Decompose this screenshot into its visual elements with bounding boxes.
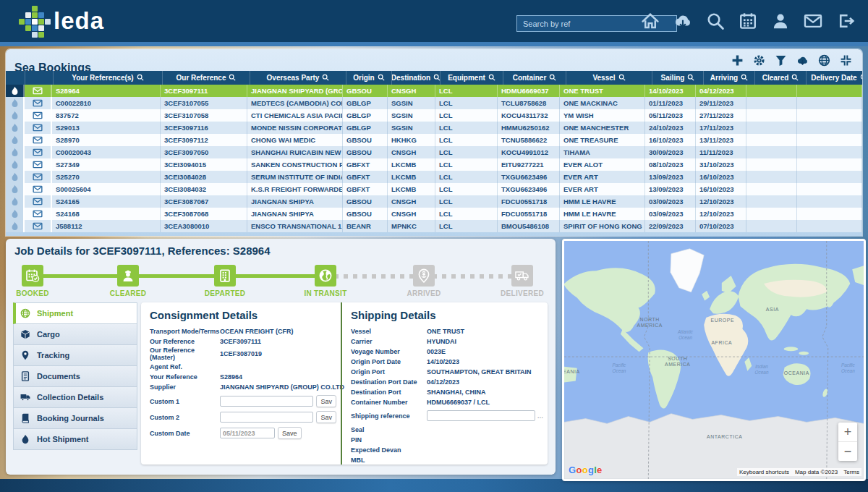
logout-icon[interactable] — [836, 12, 855, 30]
tab-tracking[interactable]: Tracking — [13, 345, 137, 366]
tab-booking-journals[interactable]: Booking Journals — [13, 408, 137, 429]
flame-icon[interactable] — [6, 109, 25, 122]
tab-collection-details[interactable]: Collection Details — [13, 387, 137, 408]
flame-icon[interactable] — [6, 195, 25, 208]
flame-icon[interactable] — [6, 134, 25, 146]
custom-1-save-button[interactable]: Sav — [316, 395, 336, 407]
envelope-icon[interactable] — [25, 195, 52, 208]
cloud-download-icon[interactable] — [673, 12, 692, 30]
cell-party: SANKEN CONSTRUCTION PVT LTD — [247, 158, 343, 171]
envelope-icon[interactable] — [25, 97, 52, 109]
cloud-download-icon[interactable] — [796, 54, 809, 67]
custom-date-save-button[interactable]: Save — [278, 427, 302, 439]
cell-party: JIANGNAN SHIPYARD (GROUP) CO.LTD — [247, 85, 343, 97]
table-row[interactable]: S289643CEF3097111JIANGNAN SHIPYARD (GROU… — [6, 85, 862, 97]
column-header-sailing[interactable]: Sailing — [652, 71, 704, 85]
tab-hot-shipment[interactable]: Hot Shipment — [13, 429, 137, 450]
envelope-icon[interactable] — [25, 158, 52, 171]
more-options[interactable]: ... — [537, 412, 543, 420]
table-row[interactable]: S252703CEI3084028SERUM INSTITUTE OF INDI… — [6, 171, 862, 183]
table-row[interactable]: S289703CEF3097112CHONG WAI MEDICGBSOUHKH… — [6, 134, 862, 146]
column-header-delivery[interactable]: Delivery Date — [807, 71, 862, 85]
column-search-icon[interactable] — [229, 74, 236, 82]
tab-label: Hot Shipment — [37, 435, 89, 444]
flame-icon[interactable] — [6, 158, 25, 171]
flame-icon[interactable] — [6, 122, 25, 134]
globe-icon[interactable] — [818, 54, 830, 67]
app-logo[interactable]: leda — [19, 6, 104, 36]
flame-icon[interactable] — [6, 85, 25, 97]
zoom-in-button[interactable]: + — [838, 423, 857, 442]
add-icon[interactable] — [731, 54, 744, 67]
custom-date-input[interactable] — [220, 428, 275, 438]
column-header-destination[interactable]: Destination — [392, 71, 441, 85]
table-row[interactable]: J5881123CEA3080010ENSCO TRANSNATIONAL 1 … — [6, 220, 862, 232]
column-search-icon[interactable] — [433, 74, 441, 82]
table-row[interactable]: S241683CEF3087068JIANGNAN SHIPYAGBSOUCNS… — [6, 208, 862, 220]
column-search-icon[interactable] — [791, 74, 799, 82]
flame-icon[interactable] — [6, 183, 25, 195]
terms-link[interactable]: Terms — [843, 469, 859, 475]
table-row[interactable]: S290133CEF3097116MONDE NISSIN CORPORATIO… — [6, 122, 862, 134]
flame-icon[interactable] — [6, 146, 25, 158]
table-row[interactable]: 8375723CEF3107058CTI CHEMICALS ASIA PACI… — [6, 109, 862, 122]
custom-2-input[interactable] — [220, 412, 313, 423]
column-search-icon[interactable] — [549, 74, 556, 82]
google-logo[interactable]: Google — [569, 465, 603, 475]
home-icon[interactable] — [641, 12, 660, 30]
zoom-out-button[interactable]: − — [838, 442, 857, 461]
column-header-vessel[interactable]: Vessel — [566, 71, 652, 85]
column-search-icon[interactable] — [488, 74, 495, 82]
column-search-icon[interactable] — [741, 74, 748, 82]
flame-icon[interactable] — [6, 220, 25, 232]
column-search-icon[interactable] — [378, 74, 385, 82]
settings-icon[interactable] — [753, 54, 765, 67]
column-search-icon[interactable] — [322, 74, 329, 82]
shipping-reference-input[interactable] — [427, 410, 535, 421]
search-icon[interactable] — [706, 12, 725, 30]
column-header-our_ref[interactable]: Our Reference — [163, 71, 250, 85]
envelope-icon[interactable] — [25, 171, 52, 183]
table-row[interactable]: C000228103CEF3107055MEDTECS (CAMBODIA) C… — [6, 97, 862, 109]
column-search-icon[interactable] — [618, 74, 626, 82]
filter-icon[interactable] — [775, 54, 787, 67]
column-search-icon[interactable] — [137, 74, 144, 82]
envelope-icon[interactable] — [25, 183, 52, 195]
table-row[interactable]: S241653CEF3087067JIANGNAN SHIPYAGBSOUCNS… — [6, 195, 862, 208]
envelope-icon[interactable] — [25, 208, 52, 220]
envelope-icon[interactable] — [25, 220, 52, 232]
user-icon[interactable] — [771, 12, 790, 30]
envelope-icon[interactable] — [25, 146, 52, 158]
map-label: AFRICA — [711, 340, 732, 345]
mail-icon[interactable] — [804, 12, 822, 30]
world-map[interactable]: NORTHAMERICAAtlanticOceanEUROPEASIAAFRIC… — [564, 241, 864, 479]
column-header-container[interactable]: Container — [503, 71, 566, 85]
column-search-icon[interactable] — [687, 74, 694, 82]
keyboard-shortcuts-link[interactable]: Keyboard shortcuts — [739, 469, 789, 475]
field-label: Seal — [351, 426, 427, 433]
column-header-arriving[interactable]: Arriving — [704, 71, 755, 85]
tab-shipment[interactable]: Shipment — [13, 302, 137, 324]
collapse-icon[interactable] — [840, 54, 852, 67]
calendar-icon[interactable] — [739, 12, 757, 30]
table-row[interactable]: S273493CEI3094015SANKEN CONSTRUCTION PVT… — [6, 158, 862, 171]
tab-documents[interactable]: Documents — [13, 366, 137, 387]
flame-icon[interactable] — [6, 97, 25, 109]
envelope-icon[interactable] — [25, 109, 52, 122]
envelope-icon[interactable] — [25, 134, 52, 146]
flame-icon[interactable] — [6, 171, 25, 183]
flame-icon[interactable] — [6, 208, 25, 220]
table-row[interactable]: S000256043CEI3084032K.S.R FREIGHT FORWAR… — [6, 183, 862, 195]
custom-1-input[interactable] — [220, 396, 313, 407]
table-row[interactable]: C000200433CEF3097050SHANGHAI RUICABIN NE… — [6, 146, 862, 158]
column-header-equipment[interactable]: Equipment — [441, 71, 503, 85]
custom-2-save-button[interactable]: Sav — [316, 411, 336, 423]
column-header-cleared[interactable]: Cleared — [755, 71, 807, 85]
column-search-icon[interactable] — [860, 74, 862, 82]
envelope-icon[interactable] — [25, 85, 52, 97]
column-header-your_ref[interactable]: Your Reference(s) — [54, 71, 163, 85]
tab-cargo[interactable]: Cargo — [13, 324, 137, 345]
envelope-icon[interactable] — [25, 122, 52, 134]
column-header-origin[interactable]: Origin — [346, 71, 392, 85]
column-header-party[interactable]: Overseas Party — [250, 71, 346, 85]
